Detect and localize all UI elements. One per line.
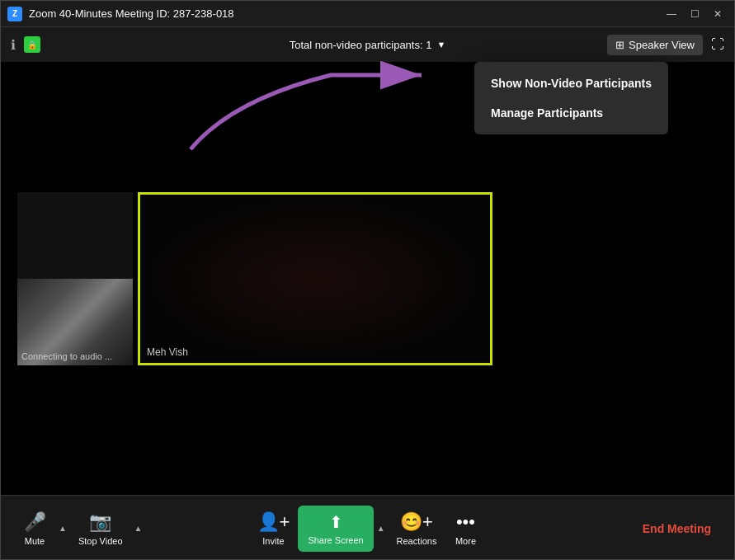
share-caret-button[interactable]: ▲ — [374, 520, 389, 536]
invite-icon: 👤+ — [257, 511, 290, 533]
stop-video-label: Stop Video — [78, 536, 123, 546]
close-button[interactable]: ✕ — [708, 7, 728, 21]
small-tiles: Connecting to audio ... — [17, 192, 133, 365]
toolbar-inner: 🎤 Mute ▲ 📷 Stop Video ▲ 👤+ Invite ⬆ Shar… — [14, 496, 721, 561]
top-bar-left: ℹ 🔒 — [11, 36, 40, 53]
show-non-video-item[interactable]: Show Non-Video Participants — [474, 68, 668, 98]
fullscreen-button[interactable]: ⛶ — [711, 37, 724, 52]
reactions-button[interactable]: 😊+ Reactions — [389, 505, 445, 553]
top-bar-right: ⊞ Speaker View ⛶ — [607, 35, 724, 55]
mute-label: Mute — [25, 536, 45, 546]
speaker-view-button[interactable]: ⊞ Speaker View — [607, 35, 703, 55]
window-title: Zoom 40-Minutes Meeting ID: 287-238-018 — [29, 7, 234, 20]
title-bar-left: Z Zoom 40-Minutes Meeting ID: 287-238-01… — [7, 7, 234, 21]
invite-label: Invite — [262, 536, 284, 546]
non-video-label: Total non-video participants: 1 — [290, 39, 432, 51]
title-bar: Z Zoom 40-Minutes Meeting ID: 287-238-01… — [1, 1, 734, 27]
toolbar: 🎤 Mute ▲ 📷 Stop Video ▲ 👤+ Invite ⬆ Shar… — [1, 495, 734, 560]
participants-dropdown: Show Non-Video Participants Manage Parti… — [474, 62, 668, 134]
video-tile-2: Connecting to audio ... — [17, 279, 133, 365]
main-video-tile: Meh Vish — [138, 192, 492, 365]
share-screen-button[interactable]: ⬆ Share Screen — [298, 506, 373, 552]
top-bar: ℹ 🔒 Total non-video participants: 1 ▼ ⊞ … — [1, 27, 734, 62]
main-tile-video — [140, 195, 490, 363]
share-icon: ⬆ — [329, 512, 343, 532]
speaker-view-label: Speaker View — [629, 39, 695, 51]
manage-participants-item[interactable]: Manage Participants — [474, 98, 668, 128]
reactions-label: Reactions — [397, 536, 437, 546]
camera-icon: 📷 — [89, 511, 111, 533]
toolbar-center-group: 👤+ Invite ⬆ Share Screen ▲ 😊+ Reactions … — [249, 505, 487, 553]
tiles-container: Connecting to audio ... Meh Vish — [17, 192, 492, 365]
mute-caret-button[interactable]: ▲ — [55, 520, 70, 536]
security-icon[interactable]: 🔒 — [24, 36, 40, 53]
maximize-button[interactable]: ☐ — [685, 7, 704, 21]
share-screen-label: Share Screen — [308, 535, 363, 545]
stop-video-button[interactable]: 📷 Stop Video — [70, 505, 131, 553]
more-button[interactable]: ••• More — [445, 505, 486, 553]
mic-icon: 🎤 — [24, 511, 46, 533]
video-caret-button[interactable]: ▲ — [131, 520, 146, 536]
dropdown-arrow-icon: ▼ — [436, 40, 445, 49]
mute-button[interactable]: 🎤 Mute — [14, 505, 55, 553]
main-tile-participant-name: Meh Vish — [147, 346, 188, 358]
reactions-icon: 😊+ — [400, 511, 433, 533]
speaker-view-icon: ⊞ — [615, 39, 624, 51]
end-meeting-button[interactable]: End Meeting — [633, 515, 721, 542]
more-label: More — [455, 536, 476, 546]
info-icon[interactable]: ℹ — [11, 37, 16, 53]
non-video-participants-button[interactable]: Total non-video participants: 1 ▼ — [290, 39, 446, 51]
toolbar-left-group: 🎤 Mute ▲ 📷 Stop Video ▲ — [14, 505, 145, 553]
zoom-logo: Z — [7, 7, 22, 21]
more-icon: ••• — [456, 511, 475, 533]
invite-button[interactable]: 👤+ Invite — [249, 505, 299, 553]
window-controls: — ☐ ✕ — [662, 7, 728, 21]
toolbar-right-group: End Meeting — [633, 515, 721, 542]
video-tile-1 — [17, 192, 133, 279]
tile-2-label: Connecting to audio ... — [21, 351, 112, 361]
tile-1-bg — [17, 192, 133, 279]
minimize-button[interactable]: — — [662, 7, 681, 21]
